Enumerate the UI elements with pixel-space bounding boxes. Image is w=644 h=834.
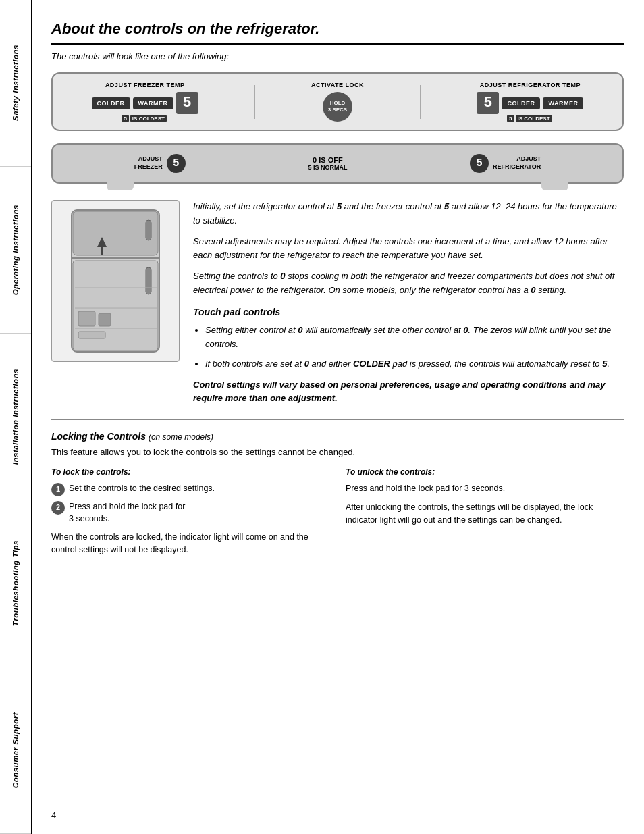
- svg-rect-1: [73, 211, 158, 255]
- fridge-illustration: [58, 207, 173, 355]
- refrigerator-label: ADJUST REFRIGERATOR TEMP: [480, 82, 581, 88]
- svg-rect-12: [99, 313, 111, 326]
- touch-pad-list: Setting either control at 0 will automat…: [193, 323, 624, 371]
- hold-line2: 3 SECS: [328, 107, 347, 113]
- page-number: 4: [51, 810, 56, 820]
- middle-section: Initially, set the refrigerator control …: [51, 200, 624, 406]
- activate-lock-section: ACTIVATE LOCK HOLD 3 SECS: [311, 82, 364, 122]
- touch-pad-bullet2: If both controls are set at 0 and either…: [205, 357, 624, 371]
- sidebar-section-installation[interactable]: Installation Instructions: [0, 334, 31, 500]
- col-left: To lock the controls: 1 Set the controls…: [51, 467, 329, 556]
- panel2-freezer-label: ADJUSTFREEZER: [134, 155, 163, 171]
- sidebar-section-safety[interactable]: Safety Instructions: [0, 0, 31, 167]
- refrigerator-buttons: 5 COLDER WARMER: [477, 92, 583, 114]
- freezer-coldest: 5IS COLDEST: [122, 115, 167, 122]
- sidebar-section-consumer[interactable]: Consumer Support: [0, 667, 31, 834]
- lock-steps: 1 Set the controls to the desired settin…: [51, 482, 329, 556]
- subtitle: The controls will look like one of the f…: [51, 51, 624, 61]
- sidebar-label-operating: Operating Instructions: [11, 205, 20, 295]
- sidebar-label-consumer: Consumer Support: [11, 712, 20, 788]
- panel2-freezer-num: 5: [167, 154, 186, 173]
- bold-para: Control settings will vary based on pers…: [193, 378, 624, 407]
- lock-header: To lock the controls:: [51, 467, 329, 477]
- fridge-image: [51, 200, 180, 362]
- freezer-buttons: COLDER WARMER 5: [92, 92, 198, 114]
- sidebar-label-troubleshooting: Troubleshooting Tips: [11, 540, 20, 626]
- panel2-normal-text: 5 IS NORMAL: [308, 164, 347, 171]
- locking-title: Locking the Controls (on some models): [51, 431, 624, 442]
- refrigerator-colder-button[interactable]: COLDER: [502, 97, 540, 109]
- sidebar: Safety Instructions Operating Instructio…: [0, 0, 32, 834]
- divider-2: [420, 85, 421, 119]
- ref-coldest-num: 5: [507, 115, 514, 122]
- locking-section: Locking the Controls (on some models) Th…: [51, 431, 624, 556]
- activate-lock-label: ACTIVATE LOCK: [311, 82, 364, 88]
- step-2-num: 2: [51, 501, 65, 515]
- refrigerator-warmer-button[interactable]: WARMER: [543, 97, 583, 109]
- panel2-freezer-section: ADJUSTFREEZER 5: [134, 154, 186, 173]
- sidebar-section-operating[interactable]: Operating Instructions: [0, 167, 31, 334]
- sidebar-section-troubleshooting[interactable]: Troubleshooting Tips: [0, 500, 31, 667]
- control-panel-1: ADJUST FREEZER TEMP COLDER WARMER 5 5IS …: [51, 72, 624, 131]
- freezer-warmer-button[interactable]: WARMER: [133, 97, 173, 109]
- freezer-coldest-num: 5: [122, 115, 128, 122]
- locking-desc: This feature allows you to lock the cont…: [51, 446, 624, 459]
- locking-sub-title: (on some models): [149, 432, 213, 442]
- refrigerator-section: ADJUST REFRIGERATOR TEMP 5 COLDER WARMER…: [477, 82, 583, 122]
- panel2-refrigerator-section: 5 ADJUSTREFRIGERATOR: [470, 154, 541, 173]
- info-text: Initially, set the refrigerator control …: [193, 200, 624, 406]
- refrigerator-coldest: 5IS COLDEST: [507, 115, 553, 122]
- unlock-info: After unlocking the controls, the settin…: [346, 501, 624, 527]
- main-content: About the controls on the refrigerator. …: [32, 0, 644, 834]
- panel2-refrigerator-num: 5: [470, 154, 489, 173]
- step-2-text: Press and hold the lock pad for 3 second…: [69, 500, 185, 526]
- lock-step-2: 2 Press and hold the lock pad for 3 seco…: [51, 500, 329, 526]
- svg-rect-5: [146, 267, 151, 294]
- unlock-step1: Press and hold the lock pad for 3 second…: [346, 482, 624, 495]
- refrigerator-num-display: 5: [477, 92, 499, 114]
- control-panel-2: ADJUSTFREEZER 5 0 IS OFF 5 IS NORMAL 5 A…: [51, 143, 624, 184]
- sidebar-label-safety: Safety Instructions: [11, 45, 20, 121]
- step-1-text: Set the controls to the desired settings…: [69, 482, 215, 495]
- divider-1: [254, 85, 255, 119]
- freezer-colder-button[interactable]: COLDER: [92, 97, 130, 109]
- section-divider: [51, 419, 624, 420]
- info-para3: Setting the controls to 0 stops cooling …: [193, 269, 624, 298]
- touch-pad-bullet1: Setting either control at 0 will automat…: [205, 323, 624, 352]
- svg-rect-4: [146, 220, 151, 240]
- hold-line1: HOLD: [330, 100, 346, 107]
- info-para1: Initially, set the refrigerator control …: [193, 200, 624, 228]
- locking-main-title: Locking the Controls: [51, 431, 146, 442]
- lock-step-1: 1 Set the controls to the desired settin…: [51, 482, 329, 496]
- panel2-refrigerator-label: ADJUSTREFRIGERATOR: [493, 155, 541, 171]
- svg-rect-13: [78, 332, 105, 338]
- two-col-layout: To lock the controls: 1 Set the controls…: [51, 467, 624, 556]
- unlock-body: Press and hold the lock pad for 3 second…: [346, 482, 624, 527]
- hold-button[interactable]: HOLD 3 SECS: [323, 92, 352, 122]
- info-para2: Several adjustments may be required. Adj…: [193, 235, 624, 263]
- freezer-section: ADJUST FREEZER TEMP COLDER WARMER 5 5IS …: [92, 82, 198, 122]
- panel2-normal-section: 0 IS OFF 5 IS NORMAL: [308, 156, 347, 171]
- unlock-header: To unlock the controls:: [346, 467, 624, 477]
- svg-rect-11: [78, 311, 95, 326]
- panel2-off-text: 0 IS OFF: [308, 156, 347, 164]
- col-right: To unlock the controls: Press and hold t…: [346, 467, 624, 556]
- freezer-label: ADJUST FREEZER TEMP: [105, 82, 185, 88]
- touch-pad-title: Touch pad controls: [193, 305, 624, 319]
- freezer-num-display: 5: [176, 92, 198, 114]
- lock-warning: When the controls are locked, the indica…: [51, 531, 329, 556]
- sidebar-label-installation: Installation Instructions: [11, 369, 20, 465]
- page-title: About the controls on the refrigerator.: [51, 20, 624, 45]
- step-1-num: 1: [51, 483, 65, 496]
